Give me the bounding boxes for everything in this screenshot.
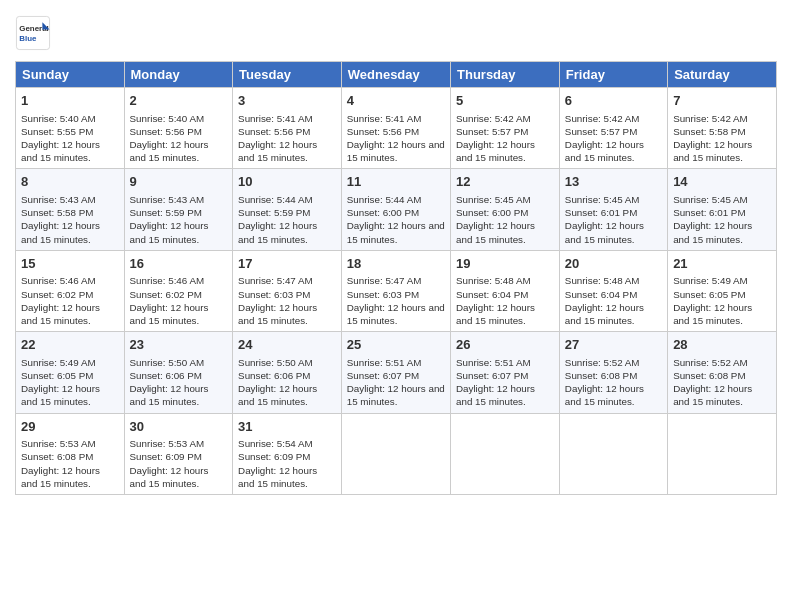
calendar-cell: 26Sunrise: 5:51 AMSunset: 6:07 PMDayligh… (451, 332, 560, 413)
day-number: 28 (673, 336, 771, 354)
calendar-cell: 28Sunrise: 5:52 AMSunset: 6:08 PMDayligh… (668, 332, 777, 413)
day-header-thursday: Thursday (451, 62, 560, 88)
day-number: 19 (456, 255, 554, 273)
day-info: Sunrise: 5:41 AMSunset: 5:56 PMDaylight:… (347, 112, 445, 165)
day-number: 2 (130, 92, 228, 110)
day-number: 17 (238, 255, 336, 273)
day-number: 22 (21, 336, 119, 354)
day-number: 23 (130, 336, 228, 354)
day-header-wednesday: Wednesday (341, 62, 450, 88)
day-number: 7 (673, 92, 771, 110)
day-number: 26 (456, 336, 554, 354)
day-info: Sunrise: 5:44 AMSunset: 6:00 PMDaylight:… (347, 193, 445, 246)
day-info: Sunrise: 5:53 AMSunset: 6:09 PMDaylight:… (130, 437, 228, 490)
general-blue-logo-icon: General Blue (15, 15, 51, 51)
day-number: 9 (130, 173, 228, 191)
day-info: Sunrise: 5:45 AMSunset: 6:01 PMDaylight:… (673, 193, 771, 246)
calendar-week-1: 1Sunrise: 5:40 AMSunset: 5:55 PMDaylight… (16, 88, 777, 169)
day-number: 24 (238, 336, 336, 354)
calendar-cell: 24Sunrise: 5:50 AMSunset: 6:06 PMDayligh… (233, 332, 342, 413)
day-info: Sunrise: 5:42 AMSunset: 5:57 PMDaylight:… (456, 112, 554, 165)
calendar-cell: 31Sunrise: 5:54 AMSunset: 6:09 PMDayligh… (233, 413, 342, 494)
day-number: 25 (347, 336, 445, 354)
day-number: 14 (673, 173, 771, 191)
calendar-cell: 25Sunrise: 5:51 AMSunset: 6:07 PMDayligh… (341, 332, 450, 413)
day-info: Sunrise: 5:46 AMSunset: 6:02 PMDaylight:… (21, 274, 119, 327)
day-info: Sunrise: 5:51 AMSunset: 6:07 PMDaylight:… (456, 356, 554, 409)
calendar-week-2: 8Sunrise: 5:43 AMSunset: 5:58 PMDaylight… (16, 169, 777, 250)
calendar-week-4: 22Sunrise: 5:49 AMSunset: 6:05 PMDayligh… (16, 332, 777, 413)
calendar-cell: 22Sunrise: 5:49 AMSunset: 6:05 PMDayligh… (16, 332, 125, 413)
calendar-cell: 29Sunrise: 5:53 AMSunset: 6:08 PMDayligh… (16, 413, 125, 494)
day-info: Sunrise: 5:48 AMSunset: 6:04 PMDaylight:… (456, 274, 554, 327)
day-number: 8 (21, 173, 119, 191)
calendar-cell: 10Sunrise: 5:44 AMSunset: 5:59 PMDayligh… (233, 169, 342, 250)
day-header-monday: Monday (124, 62, 233, 88)
calendar-cell: 18Sunrise: 5:47 AMSunset: 6:03 PMDayligh… (341, 250, 450, 331)
calendar-cell: 7Sunrise: 5:42 AMSunset: 5:58 PMDaylight… (668, 88, 777, 169)
day-info: Sunrise: 5:54 AMSunset: 6:09 PMDaylight:… (238, 437, 336, 490)
day-info: Sunrise: 5:45 AMSunset: 6:00 PMDaylight:… (456, 193, 554, 246)
calendar-table: SundayMondayTuesdayWednesdayThursdayFrid… (15, 61, 777, 495)
day-info: Sunrise: 5:40 AMSunset: 5:56 PMDaylight:… (130, 112, 228, 165)
day-info: Sunrise: 5:51 AMSunset: 6:07 PMDaylight:… (347, 356, 445, 409)
day-info: Sunrise: 5:40 AMSunset: 5:55 PMDaylight:… (21, 112, 119, 165)
day-header-friday: Friday (559, 62, 667, 88)
calendar-cell: 3Sunrise: 5:41 AMSunset: 5:56 PMDaylight… (233, 88, 342, 169)
calendar-week-3: 15Sunrise: 5:46 AMSunset: 6:02 PMDayligh… (16, 250, 777, 331)
day-header-tuesday: Tuesday (233, 62, 342, 88)
calendar-header-row: SundayMondayTuesdayWednesdayThursdayFrid… (16, 62, 777, 88)
day-number: 6 (565, 92, 662, 110)
calendar-cell (559, 413, 667, 494)
day-info: Sunrise: 5:47 AMSunset: 6:03 PMDaylight:… (238, 274, 336, 327)
calendar-cell: 13Sunrise: 5:45 AMSunset: 6:01 PMDayligh… (559, 169, 667, 250)
header: General Blue (15, 15, 777, 51)
day-number: 20 (565, 255, 662, 273)
calendar-cell: 1Sunrise: 5:40 AMSunset: 5:55 PMDaylight… (16, 88, 125, 169)
day-info: Sunrise: 5:53 AMSunset: 6:08 PMDaylight:… (21, 437, 119, 490)
day-header-sunday: Sunday (16, 62, 125, 88)
day-number: 11 (347, 173, 445, 191)
day-header-saturday: Saturday (668, 62, 777, 88)
calendar-cell: 6Sunrise: 5:42 AMSunset: 5:57 PMDaylight… (559, 88, 667, 169)
svg-text:Blue: Blue (19, 34, 37, 43)
calendar-cell: 12Sunrise: 5:45 AMSunset: 6:00 PMDayligh… (451, 169, 560, 250)
svg-rect-0 (16, 16, 49, 49)
day-number: 3 (238, 92, 336, 110)
calendar-cell (341, 413, 450, 494)
day-info: Sunrise: 5:50 AMSunset: 6:06 PMDaylight:… (130, 356, 228, 409)
day-info: Sunrise: 5:41 AMSunset: 5:56 PMDaylight:… (238, 112, 336, 165)
day-number: 29 (21, 418, 119, 436)
day-info: Sunrise: 5:43 AMSunset: 5:59 PMDaylight:… (130, 193, 228, 246)
day-info: Sunrise: 5:50 AMSunset: 6:06 PMDaylight:… (238, 356, 336, 409)
calendar-cell: 14Sunrise: 5:45 AMSunset: 6:01 PMDayligh… (668, 169, 777, 250)
day-number: 21 (673, 255, 771, 273)
day-number: 12 (456, 173, 554, 191)
day-info: Sunrise: 5:49 AMSunset: 6:05 PMDaylight:… (21, 356, 119, 409)
calendar-cell: 16Sunrise: 5:46 AMSunset: 6:02 PMDayligh… (124, 250, 233, 331)
calendar-cell: 2Sunrise: 5:40 AMSunset: 5:56 PMDaylight… (124, 88, 233, 169)
day-number: 10 (238, 173, 336, 191)
calendar-cell: 4Sunrise: 5:41 AMSunset: 5:56 PMDaylight… (341, 88, 450, 169)
day-info: Sunrise: 5:45 AMSunset: 6:01 PMDaylight:… (565, 193, 662, 246)
calendar-cell: 20Sunrise: 5:48 AMSunset: 6:04 PMDayligh… (559, 250, 667, 331)
day-number: 31 (238, 418, 336, 436)
day-info: Sunrise: 5:42 AMSunset: 5:57 PMDaylight:… (565, 112, 662, 165)
calendar-cell: 21Sunrise: 5:49 AMSunset: 6:05 PMDayligh… (668, 250, 777, 331)
day-info: Sunrise: 5:44 AMSunset: 5:59 PMDaylight:… (238, 193, 336, 246)
calendar-cell: 15Sunrise: 5:46 AMSunset: 6:02 PMDayligh… (16, 250, 125, 331)
calendar-cell: 8Sunrise: 5:43 AMSunset: 5:58 PMDaylight… (16, 169, 125, 250)
day-info: Sunrise: 5:49 AMSunset: 6:05 PMDaylight:… (673, 274, 771, 327)
day-info: Sunrise: 5:43 AMSunset: 5:58 PMDaylight:… (21, 193, 119, 246)
day-info: Sunrise: 5:52 AMSunset: 6:08 PMDaylight:… (565, 356, 662, 409)
day-number: 1 (21, 92, 119, 110)
day-info: Sunrise: 5:48 AMSunset: 6:04 PMDaylight:… (565, 274, 662, 327)
calendar-week-5: 29Sunrise: 5:53 AMSunset: 6:08 PMDayligh… (16, 413, 777, 494)
day-number: 16 (130, 255, 228, 273)
calendar-cell: 11Sunrise: 5:44 AMSunset: 6:00 PMDayligh… (341, 169, 450, 250)
logo: General Blue (15, 15, 51, 51)
calendar-cell: 5Sunrise: 5:42 AMSunset: 5:57 PMDaylight… (451, 88, 560, 169)
day-number: 13 (565, 173, 662, 191)
day-number: 15 (21, 255, 119, 273)
day-number: 18 (347, 255, 445, 273)
